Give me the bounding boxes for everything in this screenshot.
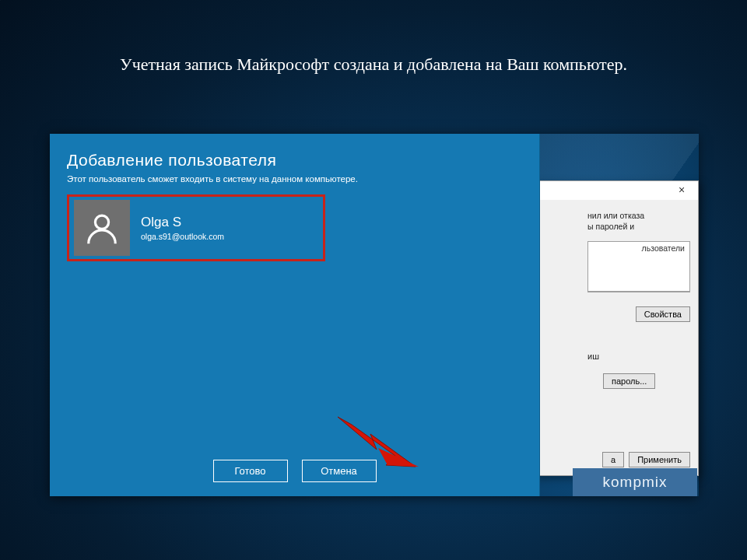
tutorial-caption: Учетная запись Майкрософт создана и доба… <box>0 54 747 75</box>
panel-subtitle: Этот пользователь сможет входить в систе… <box>67 174 358 184</box>
person-icon <box>84 210 120 246</box>
properties-button[interactable]: Свойства <box>636 306 690 322</box>
change-password-label: иш <box>587 352 690 361</box>
users-list[interactable]: льзователи <box>587 241 690 292</box>
screenshot-area: × нил или отказа ы паролей и льзователи … <box>50 134 697 496</box>
users-list-header: льзователи <box>637 242 689 254</box>
done-button[interactable]: Готово <box>213 460 288 482</box>
user-avatar <box>74 200 130 256</box>
user-accounts-titlebar[interactable]: × <box>533 181 698 200</box>
cancel-button[interactable]: Отмена <box>302 460 377 482</box>
apply-button[interactable]: Применить <box>629 452 690 467</box>
user-accounts-hint: нил или отказа ы паролей и <box>587 211 690 232</box>
user-email: olga.s91@outlook.com <box>141 232 224 241</box>
user-accounts-window: × нил или отказа ы паролей и льзователи … <box>532 180 699 476</box>
watermark: kompmix <box>573 468 697 496</box>
close-icon[interactable]: × <box>670 183 693 198</box>
add-user-panel: Добавление пользователя Этот пользовател… <box>50 134 540 496</box>
user-card-highlight: Olga S olga.s91@outlook.com <box>67 194 325 261</box>
panel-button-row: Готово Отмена <box>50 460 539 482</box>
user-display-name: Olga S <box>141 215 224 230</box>
panel-title: Добавление пользователя <box>67 151 276 170</box>
password-button[interactable]: пароль... <box>603 373 655 389</box>
svg-point-0 <box>95 215 108 229</box>
close-button[interactable]: а <box>602 452 624 467</box>
